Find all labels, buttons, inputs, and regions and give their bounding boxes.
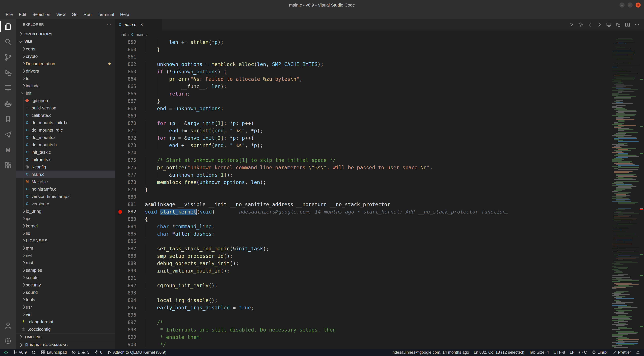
tree-item-do_mounts.h[interactable]: Cdo_mounts.h [16,141,116,148]
menu-file[interactable]: File [3,10,16,19]
tree-item-fs[interactable]: fs [16,75,116,82]
run-and-debug-icon[interactable] [614,20,622,29]
status-linux-target[interactable]: Linux [589,349,610,356]
back-icon[interactable] [586,20,594,29]
breadcrumb-item-main.c[interactable]: main.c [136,32,148,37]
breadcrumb-item-init[interactable]: init [121,32,126,37]
search-button[interactable] [0,34,16,50]
status-launchpad[interactable]: Launchpad [38,349,69,356]
launchpad-button[interactable] [0,127,16,142]
tree-item-virt[interactable]: virt [16,311,116,318]
gutter-882[interactable]: 882 [116,208,145,216]
code-line-900[interactable]: 900 */ [116,341,610,348]
gutter-892[interactable]: 892 [116,282,145,289]
gutter-886[interactable]: 886 [116,238,145,245]
gutter-862[interactable]: 862 [116,61,145,68]
gutter-872[interactable]: 872 [116,134,145,142]
tree-item-.gitignore[interactable]: .gitignore [16,97,116,104]
gutter-890[interactable]: 890 [116,267,145,275]
gutter-871[interactable]: 871 [116,127,145,134]
gutter-866[interactable]: 866 [116,90,145,97]
code-line-872[interactable]: 872for (p = &envp_init[2]; *p; p++) [116,134,610,142]
split-editor-icon[interactable] [623,20,632,29]
docker-button[interactable] [0,96,16,111]
code-line-859[interactable]: 859len += strlen(*p); [116,38,610,46]
menu-go[interactable]: Go [69,10,81,19]
code-line-896[interactable]: 896 [116,312,610,319]
maximize-button[interactable]: □ [628,2,632,7]
tree-item-Documentation[interactable]: Documentation [16,60,116,67]
code-line-878[interactable]: 878memblock_free(unknown_options, len); [116,179,610,186]
tree-item-tools[interactable]: tools [16,296,116,303]
account-button[interactable] [0,318,16,333]
code-line-880[interactable]: 880 [116,193,610,201]
menu-terminal[interactable]: Terminal [94,10,117,19]
gutter-884[interactable]: 884 [116,223,145,230]
tree-item-init[interactable]: init [16,89,116,97]
minimize-button[interactable]: – [620,2,624,7]
gutter-883[interactable]: 883 [116,216,145,223]
code-line-874[interactable]: 874 [116,149,610,157]
timeline-section[interactable]: TIMELINE [16,333,116,341]
status-problems[interactable]: 13 [69,349,92,356]
tree-item-main.c[interactable]: Cmain.c [16,171,116,178]
tree-item-rust[interactable]: rust [16,259,116,267]
code-line-879[interactable]: 879} [116,186,610,193]
code-line-891[interactable]: 891 [116,275,610,282]
code-line-897[interactable]: 897/* [116,319,610,326]
source-control-button[interactable] [0,50,16,65]
gutter-898[interactable]: 898 [116,326,145,334]
gutter-876[interactable]: 876 [116,164,145,171]
tree-item-ipc[interactable]: ipc [16,215,116,222]
extensions-button[interactable] [0,158,16,173]
open-preview-icon[interactable] [604,20,613,29]
tree-item-build-version[interactable]: ≡build-version [16,104,116,112]
inline-bookmarks-section[interactable]: INLINE BOOKMARKS [16,341,116,349]
code-line-895[interactable]: 895early_boot_irqs_disabled = true; [116,304,610,312]
code-line-892[interactable]: 892cgroup_init_early(); [116,282,610,289]
sidebar-more-actions-icon[interactable]: ⋯ [107,22,111,27]
open-editors-section[interactable]: OPEN EDITORS [16,30,116,38]
tree-item-scripts[interactable]: scripts [16,274,116,281]
gutter-874[interactable]: 874 [116,149,145,157]
gutter-894[interactable]: 894 [116,297,145,304]
makefile-tools-button[interactable]: M [0,142,16,158]
status-eol[interactable]: LF [567,349,577,356]
gutter-895[interactable]: 895 [116,304,145,312]
code-line-870[interactable]: 870for (p = &argv_init[1]; *p; p++) [116,120,610,127]
tree-item-Kconfig[interactable]: Kconfig [16,163,116,171]
code-line-899[interactable]: 899 * enable them. [116,334,610,341]
gutter-864[interactable]: 864 [116,75,145,83]
gutter-860[interactable]: 860 [116,46,145,53]
remote-explorer-button[interactable] [0,80,16,96]
gutter-880[interactable]: 880 [116,193,145,201]
minimap[interactable] [610,38,639,349]
tree-item-version.c[interactable]: Cversion.c [16,200,116,208]
gutter-899[interactable]: 899 [116,334,145,341]
project-section[interactable]: V6.9 [16,38,116,45]
menu-run[interactable]: Run [80,10,94,19]
tree-item-version-timestamp.c[interactable]: Cversion-timestamp.c [16,193,116,200]
tree-item-noinitramfs.c[interactable]: Cnoinitramfs.c [16,185,116,193]
tree-item-sound[interactable]: sound [16,289,116,296]
gutter-867[interactable]: 867 [116,97,145,105]
status-prettier[interactable]: Prettier [610,349,633,356]
gutter-878[interactable]: 878 [116,179,145,186]
tree-item-init_task.c[interactable]: Cinit_task.c [16,148,116,156]
gear-icon[interactable] [576,20,585,29]
gutter-863[interactable]: 863 [116,68,145,75]
gutter-868[interactable]: 868 [116,105,145,112]
gutter-888[interactable]: 888 [116,252,145,260]
tree-item-drivers[interactable]: drivers [16,67,116,75]
code-line-884[interactable]: 884char *command_line; [116,223,610,230]
status-sync[interactable] [29,349,38,356]
menu-help[interactable]: Help [117,10,132,19]
bookmarks-button[interactable] [0,111,16,127]
code-line-887[interactable]: 887set_task_stack_end_magic(&init_task); [116,245,610,252]
gutter-887[interactable]: 887 [116,245,145,252]
gutter-875[interactable]: 875 [116,157,145,164]
gutter-891[interactable]: 891 [116,275,145,282]
code-line-862[interactable]: 862unknown_options = memblock_alloc(len,… [116,61,610,68]
tree-item-.cocciconfig[interactable]: .cocciconfig [16,326,116,333]
code-line-883[interactable]: 883{ [116,216,610,223]
